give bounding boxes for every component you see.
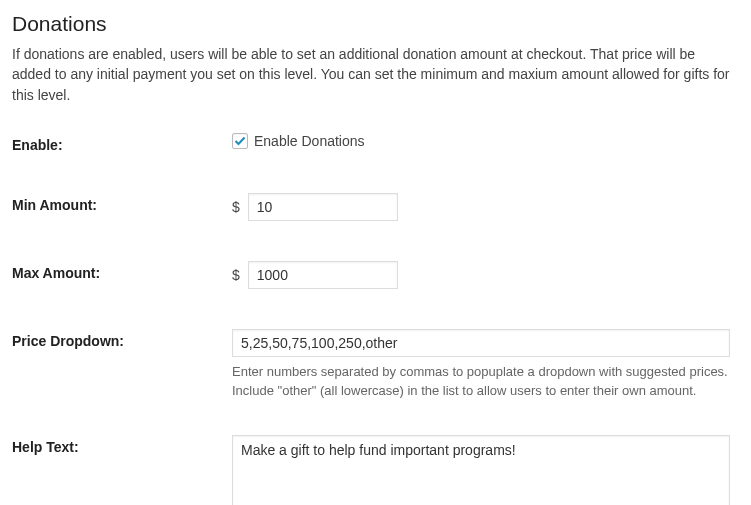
row-max-amount: Max Amount: $: [12, 261, 739, 289]
currency-symbol-min: $: [232, 199, 240, 215]
label-min-amount: Min Amount:: [12, 193, 232, 213]
label-price-dropdown: Price Dropdown:: [12, 329, 232, 349]
help-text-textarea[interactable]: [232, 435, 730, 505]
enable-donations-control[interactable]: Enable Donations: [232, 133, 739, 149]
label-enable: Enable:: [12, 133, 232, 153]
enable-donations-checkbox[interactable]: [232, 133, 248, 149]
row-help-text: Help Text:: [12, 435, 739, 505]
check-icon: [234, 135, 246, 147]
row-enable: Enable: Enable Donations: [12, 133, 739, 153]
enable-donations-label: Enable Donations: [254, 133, 365, 149]
row-price-dropdown: Price Dropdown: Enter numbers separated …: [12, 329, 739, 401]
section-description: If donations are enabled, users will be …: [12, 44, 732, 105]
min-amount-input[interactable]: [248, 193, 398, 221]
price-dropdown-helper: Enter numbers separated by commas to pop…: [232, 363, 732, 401]
label-max-amount: Max Amount:: [12, 261, 232, 281]
price-dropdown-input[interactable]: [232, 329, 730, 357]
section-title: Donations: [12, 12, 739, 36]
max-amount-input[interactable]: [248, 261, 398, 289]
row-min-amount: Min Amount: $: [12, 193, 739, 221]
currency-symbol-max: $: [232, 267, 240, 283]
label-help-text: Help Text:: [12, 435, 232, 455]
